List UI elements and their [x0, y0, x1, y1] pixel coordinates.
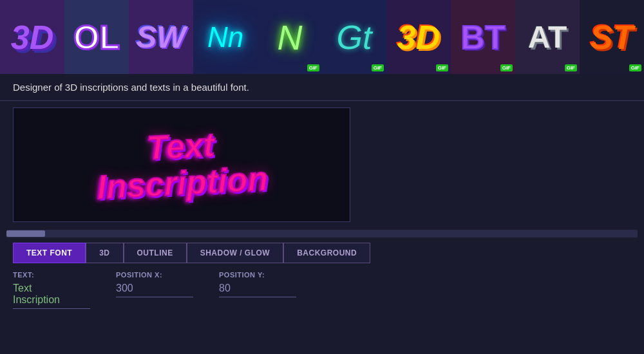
position-x-label: POSITION X:: [116, 271, 193, 279]
top-banner: 3D OL SW Nn N GIF Gt GIF 3D GIF BT GIF A…: [0, 0, 644, 74]
position-y-value[interactable]: 80: [219, 283, 296, 297]
tab-3d[interactable]: 3D: [86, 243, 123, 263]
banner-label-9: AT: [528, 19, 567, 55]
text-value: Text Inscription: [13, 283, 90, 309]
banner-item-2[interactable]: OL: [64, 0, 129, 74]
banner-label-7: 3D: [397, 18, 440, 57]
banner-label-5: N: [278, 17, 303, 57]
canvas-area[interactable]: Text Inscription: [13, 107, 350, 222]
tab-background[interactable]: BACKGROUND: [283, 243, 370, 263]
scrollbar[interactable]: [6, 230, 638, 238]
text-value-line1: Text: [13, 283, 90, 294]
banner-label-8: BT: [460, 18, 505, 57]
banner-item-1[interactable]: 3D: [0, 0, 64, 74]
banner-item-10[interactable]: ST GIF: [580, 0, 644, 74]
subtitle-text: Designer of 3D inscriptions and texts in…: [13, 82, 249, 93]
banner-label-6: Gt: [337, 18, 372, 57]
main-area: Text Inscription: [0, 101, 644, 230]
banner-item-9[interactable]: AT GIF: [515, 0, 580, 74]
banner-item-4[interactable]: Nn: [193, 0, 258, 74]
banner-label-4: Nn: [207, 21, 243, 53]
canvas-wrapper: Text Inscription: [13, 107, 354, 223]
gif-badge-8: GIF: [500, 64, 513, 71]
text-value-line2: Inscription: [13, 294, 90, 306]
tab-shadow-glow[interactable]: SHADOW / GLOW: [187, 243, 284, 263]
position-y-group: POSITION Y: 80: [219, 271, 296, 297]
banner-label-1: 3D: [11, 18, 53, 57]
banner-item-8[interactable]: BT GIF: [451, 0, 515, 74]
banner-item-6[interactable]: Gt GIF: [322, 0, 386, 74]
banner-item-3[interactable]: SW: [129, 0, 193, 74]
canvas-text: Text Inscription: [94, 124, 269, 206]
subtitle: Designer of 3D inscriptions and texts in…: [0, 74, 644, 101]
tabs-bar: TEXT FONT 3D OUTLINE SHADOW / GLOW BACKG…: [13, 243, 631, 263]
banner-item-7[interactable]: 3D GIF: [386, 0, 451, 74]
banner-label-3: SW: [136, 19, 185, 55]
gif-badge-7: GIF: [436, 64, 448, 71]
canvas-line2: Inscription: [96, 160, 269, 206]
position-x-value[interactable]: 300: [116, 283, 193, 297]
position-x-group: POSITION X: 300: [116, 271, 193, 297]
tab-outline[interactable]: OUTLINE: [124, 243, 187, 263]
text-label: TEXT:: [13, 271, 90, 279]
gif-badge-10: GIF: [629, 64, 641, 71]
position-y-label: POSITION Y:: [219, 271, 296, 279]
banner-label-10: ST: [591, 18, 633, 57]
scrollbar-thumb[interactable]: [6, 230, 45, 237]
gif-badge-6: GIF: [372, 64, 384, 71]
banner-item-5[interactable]: N GIF: [258, 0, 322, 74]
banner-label-2: OL: [73, 18, 120, 57]
controls-area: TEXT: Text Inscription POSITION X: 300 P…: [0, 263, 644, 309]
gif-badge-9: GIF: [565, 64, 577, 71]
gif-badge-5: GIF: [307, 64, 319, 71]
text-control-group: TEXT: Text Inscription: [13, 271, 90, 309]
tab-text-font[interactable]: TEXT FONT: [13, 243, 86, 263]
